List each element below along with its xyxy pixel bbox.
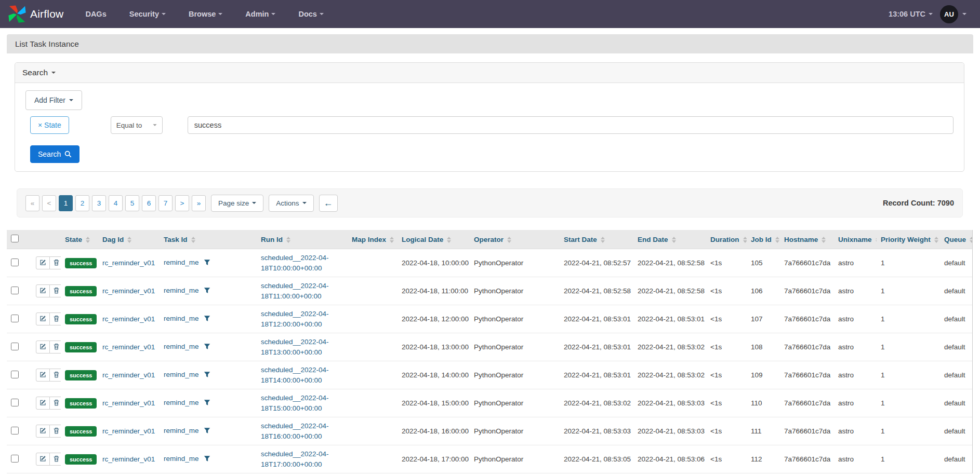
nav-item-security[interactable]: Security <box>129 10 166 18</box>
col-header-hostname[interactable]: Hostname <box>780 230 834 249</box>
row-checkbox[interactable] <box>11 455 19 463</box>
run-id-link[interactable]: scheduled__2022-04-18T16:00:00+00:00 <box>261 421 340 441</box>
delete-record-button[interactable] <box>49 425 61 438</box>
run-id-link[interactable]: scheduled__2022-04-18T10:00:00+00:00 <box>261 253 340 273</box>
filter-funnel-icon[interactable] <box>204 427 210 436</box>
actions-button[interactable]: Actions <box>269 195 313 212</box>
page-first[interactable]: « <box>25 195 39 211</box>
delete-record-button[interactable] <box>49 369 61 382</box>
dag-id-link[interactable]: rc_reminder_v01 <box>102 427 155 435</box>
page-3[interactable]: 3 <box>92 195 106 211</box>
filter-funnel-icon[interactable] <box>204 455 210 464</box>
clock-dropdown[interactable]: 13:06 UTC <box>889 10 933 18</box>
delete-record-button[interactable] <box>49 256 61 269</box>
sort-icon[interactable] <box>86 237 90 243</box>
page-6[interactable]: 6 <box>142 195 156 211</box>
task-id-link[interactable]: remind_me <box>164 259 199 266</box>
row-checkbox[interactable] <box>11 343 19 350</box>
nav-item-dags[interactable]: DAGs <box>85 10 106 18</box>
run-id-link[interactable]: scheduled__2022-04-18T14:00:00+00:00 <box>261 365 340 385</box>
sort-icon[interactable] <box>191 237 195 243</box>
page-5[interactable]: 5 <box>125 195 139 211</box>
dag-id-link[interactable]: rc_reminder_v01 <box>102 343 155 351</box>
task-id-link[interactable]: remind_me <box>164 427 199 434</box>
filter-funnel-icon[interactable] <box>204 399 210 407</box>
sort-icon[interactable] <box>601 237 605 243</box>
user-menu[interactable]: AU <box>940 5 966 23</box>
col-header-duration[interactable]: Duration <box>706 230 747 249</box>
sort-icon[interactable] <box>286 237 290 243</box>
task-id-link[interactable]: remind_me <box>164 343 199 350</box>
dag-id-link[interactable]: rc_reminder_v01 <box>102 399 155 407</box>
filter-funnel-icon[interactable] <box>204 371 210 379</box>
col-header-run-id[interactable]: Run Id <box>257 230 348 249</box>
sort-icon[interactable] <box>390 237 394 243</box>
col-header-operator[interactable]: Operator <box>470 230 560 249</box>
nav-item-admin[interactable]: Admin <box>245 10 275 18</box>
run-id-link[interactable]: scheduled__2022-04-18T17:00:00+00:00 <box>261 449 340 469</box>
col-header-queue[interactable]: Queue <box>940 230 973 249</box>
edit-record-button[interactable] <box>36 312 50 325</box>
dag-id-link[interactable]: rc_reminder_v01 <box>102 315 155 323</box>
task-id-link[interactable]: remind_me <box>164 315 199 322</box>
sort-icon[interactable] <box>775 237 779 243</box>
col-header-logical-date[interactable]: Logical Date <box>398 230 470 249</box>
col-header-start-date[interactable]: Start Date <box>560 230 633 249</box>
row-checkbox[interactable] <box>11 287 19 294</box>
task-id-link[interactable]: remind_me <box>164 455 199 463</box>
page-last[interactable]: » <box>192 195 206 211</box>
nav-item-browse[interactable]: Browse <box>189 10 222 18</box>
edit-record-button[interactable] <box>36 256 50 269</box>
row-checkbox[interactable] <box>11 427 19 434</box>
page-size-button[interactable]: Page size <box>211 195 263 212</box>
back-arrow-button[interactable]: ← <box>319 195 338 212</box>
edit-record-button[interactable] <box>36 284 50 297</box>
edit-record-button[interactable] <box>36 341 50 353</box>
page-next[interactable]: > <box>175 195 189 211</box>
page-7[interactable]: 7 <box>158 195 173 211</box>
delete-record-button[interactable] <box>49 312 61 325</box>
delete-record-button[interactable] <box>49 453 61 466</box>
page-2[interactable]: 2 <box>75 195 89 211</box>
airflow-brand[interactable]: Airflow <box>7 4 63 24</box>
delete-record-button[interactable] <box>49 284 61 297</box>
dag-id-link[interactable]: rc_reminder_v01 <box>102 259 155 267</box>
page-prev[interactable]: < <box>42 195 56 211</box>
page-1[interactable]: 1 <box>59 195 73 211</box>
sort-icon[interactable] <box>970 237 973 243</box>
filter-funnel-icon[interactable] <box>204 315 210 323</box>
row-checkbox[interactable] <box>11 259 19 266</box>
col-header-task-id[interactable]: Task Id <box>160 230 257 249</box>
sort-icon[interactable] <box>876 237 877 243</box>
col-header-end-date[interactable]: End Date <box>633 230 706 249</box>
sort-icon[interactable] <box>507 237 511 243</box>
filter-funnel-icon[interactable] <box>204 287 210 295</box>
search-button[interactable]: Search <box>30 145 80 163</box>
add-filter-button[interactable]: Add Filter <box>25 90 82 110</box>
row-checkbox[interactable] <box>11 399 19 406</box>
sort-icon[interactable] <box>447 237 451 243</box>
task-id-link[interactable]: remind_me <box>164 399 199 406</box>
edit-record-button[interactable] <box>36 425 50 438</box>
dag-id-link[interactable]: rc_reminder_v01 <box>102 455 155 463</box>
task-id-link[interactable]: remind_me <box>164 287 199 294</box>
col-header-priority-weight[interactable]: Priority Weight <box>877 230 940 249</box>
edit-record-button[interactable] <box>36 397 50 410</box>
condition-select[interactable]: Equal to <box>111 116 163 134</box>
sort-icon[interactable] <box>743 237 747 243</box>
dag-id-link[interactable]: rc_reminder_v01 <box>102 287 155 295</box>
filter-funnel-icon[interactable] <box>204 259 210 267</box>
col-header-state[interactable]: State <box>61 230 98 249</box>
run-id-link[interactable]: scheduled__2022-04-18T15:00:00+00:00 <box>261 393 340 413</box>
sort-icon[interactable] <box>822 237 826 243</box>
select-all-checkbox[interactable] <box>11 235 19 242</box>
sort-icon[interactable] <box>127 237 131 243</box>
sort-icon[interactable] <box>934 237 938 243</box>
edit-record-button[interactable] <box>36 369 50 382</box>
nav-item-docs[interactable]: Docs <box>298 10 323 18</box>
remove-state-filter-button[interactable]: × State <box>30 116 69 134</box>
run-id-link[interactable]: scheduled__2022-04-18T12:00:00+00:00 <box>261 309 340 329</box>
dag-id-link[interactable]: rc_reminder_v01 <box>102 371 155 379</box>
delete-record-button[interactable] <box>49 397 61 410</box>
col-header-unixname[interactable]: Unixname <box>834 230 877 249</box>
